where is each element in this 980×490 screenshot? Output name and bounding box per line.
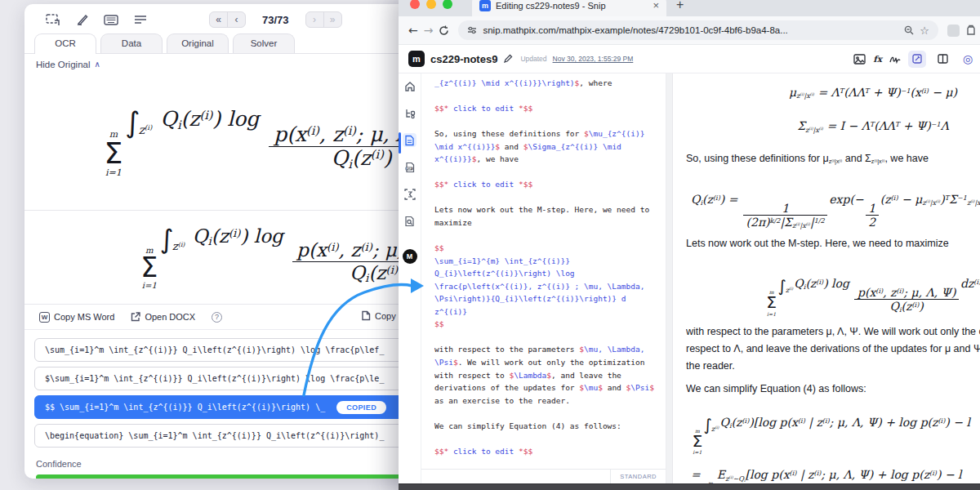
- copied-badge: COPIED: [336, 401, 386, 414]
- prev-page-button[interactable]: ‹: [227, 12, 245, 27]
- bookmark-star-icon[interactable]: ☆: [920, 24, 929, 37]
- snip-favicon: m: [479, 0, 491, 11]
- editor-line[interactable]: \frac{p\left(x^{(i)}, z^{(i)} ; \mu, \La…: [434, 280, 664, 293]
- close-tab-icon[interactable]: ×: [653, 0, 659, 11]
- handwriting-icon[interactable]: [889, 55, 901, 64]
- user-avatar[interactable]: M: [403, 249, 417, 264]
- editor-lines[interactable]: _{z^{(i)} \mid x^{(i)}}\right)$, where▸$…: [434, 77, 664, 469]
- editor-line[interactable]: \Psi\right)}{Q_{i}\left(z^{(i)}\right)} …: [434, 292, 664, 305]
- editor-line[interactable]: \mid x^{(i)}}$ and $\Sigma_{z^{(i)} \mid: [434, 140, 664, 154]
- next-page-button[interactable]: ›: [306, 12, 323, 27]
- tab-original[interactable]: Original: [167, 33, 229, 53]
- editor-line[interactable]: \Psi$. We will work out only the optimiz…: [434, 356, 664, 369]
- editor-line[interactable]: with respect to the parameters $\mu, \La…: [434, 343, 664, 356]
- editor-line[interactable]: with respect to $\Lambda$, and leave the: [434, 369, 664, 382]
- editor-line[interactable]: [434, 166, 664, 179]
- last-page-button[interactable]: »: [323, 12, 341, 27]
- pane-divider[interactable]: [666, 74, 673, 483]
- edit-mode-button[interactable]: [908, 51, 926, 68]
- first-page-button[interactable]: «: [210, 12, 227, 27]
- fx-icon[interactable]: fx: [873, 54, 882, 64]
- updated-date-link[interactable]: Nov 30, 2023, 1:55:29 PM: [553, 55, 634, 63]
- editor-line[interactable]: derivations of the updates for $\mu$ and…: [434, 381, 664, 394]
- preview-content: μz(i)|x(i) = ΛT(ΛΛT + Ψ)−1(x(i) − μ)Σz(i…: [679, 74, 980, 483]
- active-rail-indicator: [399, 132, 401, 154]
- editor-line[interactable]: \sum_{i=1}^{m} \int_{z^{(i)}}: [434, 255, 664, 268]
- screen-capture-icon[interactable]: [44, 12, 60, 27]
- editor-line[interactable]: _{z^{(i)} \mid x^{(i)}}\right)$, where: [434, 77, 664, 90]
- extensions-icon[interactable]: [965, 24, 977, 36]
- close-window-button[interactable]: [410, 0, 420, 9]
- editor-line[interactable]: ▸$$* click to edit *$$: [434, 445, 664, 458]
- markdown-editor-pane[interactable]: _{z^{(i)} \mid x^{(i)}}\right)$, where▸$…: [421, 74, 666, 483]
- notes-icon[interactable]: [403, 133, 416, 147]
- editor-line[interactable]: [434, 229, 664, 243]
- doc-search-icon[interactable]: [403, 214, 416, 228]
- image-icon[interactable]: [853, 54, 866, 65]
- editor-line[interactable]: [434, 407, 664, 420]
- traffic-lights: [410, 0, 452, 9]
- note-header: m cs229-notes9 Updated Nov 30, 2023, 1:5…: [399, 45, 980, 74]
- profile-icon[interactable]: [947, 24, 960, 37]
- standard-mode-label[interactable]: STANDARD: [610, 470, 666, 483]
- editor-line[interactable]: [434, 331, 664, 344]
- word-icon: W: [39, 312, 50, 323]
- page-counter: 73/73: [262, 14, 289, 26]
- page-navigation: « ‹ 73/73 › »: [209, 11, 342, 28]
- pen-icon[interactable]: [74, 12, 90, 27]
- zoom-window-button[interactable]: [443, 0, 452, 9]
- editor-line[interactable]: [434, 90, 664, 103]
- browser-tab-strip: m Editing cs229-notes9 - Snip × +: [399, 0, 980, 16]
- reload-button[interactable]: [439, 25, 449, 36]
- preview-block: Qi(z(i)) = 1(2π)k/2|Σz(i)|x(i)|1/2exp(−1…: [679, 176, 980, 229]
- editor-line[interactable]: maximize: [434, 216, 664, 229]
- tab-data[interactable]: Data: [100, 33, 163, 53]
- screen: « ‹ 73/73 › » OCR Data Original Solver H…: [0, 0, 980, 490]
- tree-icon[interactable]: [403, 106, 416, 120]
- editor-line[interactable]: x^{(i)}}$, we have: [434, 153, 664, 166]
- editor-line[interactable]: So, using these definitions for $\mu_{z^…: [434, 127, 664, 140]
- copy-ms-word-button[interactable]: W Copy MS Word: [39, 312, 114, 323]
- site-info-icon[interactable]: [467, 25, 477, 35]
- editor-line[interactable]: as an exercise to the reader.: [434, 394, 664, 408]
- preview-mode-button[interactable]: ◎: [959, 51, 977, 68]
- zoom-page-icon[interactable]: [904, 25, 914, 35]
- split-view-button[interactable]: [933, 51, 951, 68]
- editor-line[interactable]: z^{(i)}: [434, 305, 664, 318]
- editor-line[interactable]: ▸$$* click to edit *$$: [434, 178, 664, 191]
- address-bar[interactable]: snip.mathpix.com/mathpix-example/notes/4…: [458, 20, 938, 40]
- help-icon[interactable]: ?: [212, 312, 222, 323]
- editor-line[interactable]: Lets now work out the M-step. Here, we n…: [434, 203, 664, 216]
- editor-line[interactable]: [434, 432, 664, 445]
- editor-line[interactable]: $$: [434, 318, 664, 331]
- preview-block: So, using these definitions for μz(i)|x(…: [686, 152, 980, 168]
- snip-sigma-icon[interactable]: [403, 187, 416, 201]
- browser-tab[interactable]: m Editing cs229-notes9 - Snip ×: [472, 0, 666, 16]
- open-docx-button[interactable]: Open DOCX: [131, 312, 195, 322]
- keyboard-icon[interactable]: [103, 12, 119, 27]
- forward-button[interactable]: →: [424, 24, 434, 37]
- editor-line[interactable]: We can simplify Equation (4) as follows:: [434, 420, 664, 433]
- home-icon[interactable]: [403, 79, 416, 93]
- browser-window: m Editing cs229-notes9 - Snip × + ← → sn…: [399, 0, 980, 490]
- lines-icon[interactable]: [132, 12, 149, 27]
- editor-line[interactable]: [434, 191, 664, 204]
- rendered-preview-pane: μz(i)|x(i) = ΛT(ΛΛT + Ψ)−1(x(i) − μ)Σz(i…: [673, 74, 980, 483]
- browser-tab-title: Editing cs229-notes9 - Snip: [496, 1, 648, 11]
- editor-line[interactable]: ▾$$: [434, 242, 664, 255]
- rename-icon[interactable]: [503, 54, 513, 64]
- back-button[interactable]: ←: [408, 24, 418, 37]
- pdf-icon[interactable]: PDF: [403, 160, 416, 174]
- editor-line[interactable]: ▸$$* click to edit *$$: [434, 102, 664, 115]
- tab-ocr[interactable]: OCR: [34, 33, 96, 54]
- minimize-window-button[interactable]: [426, 0, 436, 9]
- tab-solver[interactable]: Solver: [233, 33, 295, 53]
- preview-block: μz(i)|x(i) = ΛT(ΛΛT + Ψ)−1(x(i) − μ)Σz(i…: [679, 77, 980, 145]
- browser-toolbar: ← → snip.mathpix.com/mathpix-example/not…: [399, 16, 980, 45]
- note-content: PDF M _{z^{(i)} \mid x^{(i)}}\right)$, w…: [399, 74, 980, 483]
- new-tab-button[interactable]: +: [676, 0, 684, 12]
- editor-line[interactable]: Q_{i}\left(z^{(i)}\right) \log: [434, 267, 664, 280]
- updated-label: Updated: [520, 55, 546, 63]
- editor-line[interactable]: [434, 115, 664, 128]
- hide-original-label: Hide Original: [36, 60, 90, 69]
